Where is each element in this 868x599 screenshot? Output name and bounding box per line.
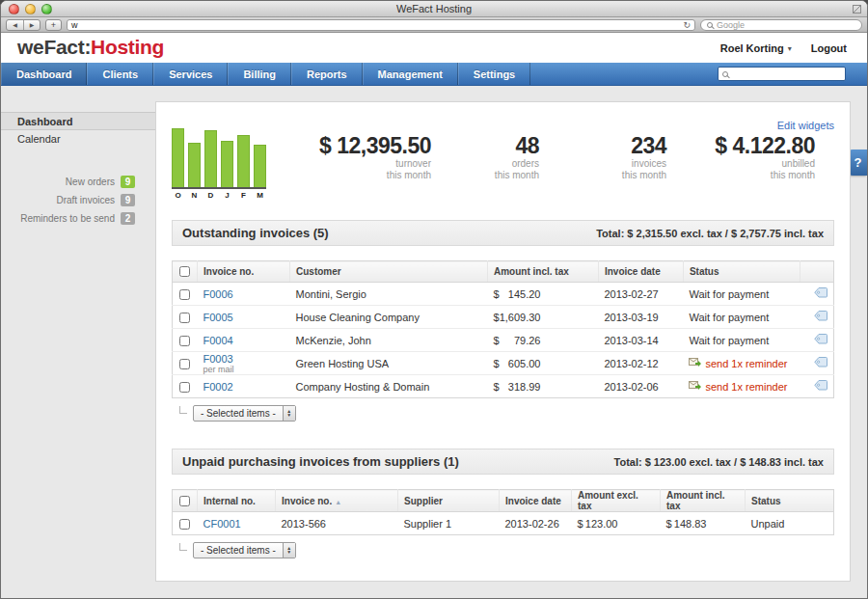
widgets-row: Edit widgets ONDJFM $ 12,395.50 turnover…	[172, 114, 834, 214]
select-stepper-icon: ▲ ▼	[283, 543, 295, 558]
outstanding-table: Invoice no. Customer Amount incl. tax In…	[172, 260, 834, 398]
table-row: F0005 House Cleaning Company $1,609.30 2…	[173, 306, 834, 329]
table-header-row: Internal no. Invoice no.▲ Supplier Invoi…	[173, 490, 834, 512]
chart-bar	[237, 135, 250, 187]
select-all-checkbox[interactable]	[179, 266, 190, 277]
column-header-label: Invoice no.	[282, 496, 332, 506]
address-text: w	[71, 20, 683, 30]
invoice-link[interactable]: F0003	[203, 353, 233, 365]
column-header: Supplier	[398, 490, 500, 512]
indent-corner-icon	[179, 406, 187, 414]
currency-symbol: $	[666, 518, 672, 530]
tab-management[interactable]: Management	[363, 63, 458, 85]
back-button[interactable]: ◀	[7, 20, 23, 30]
chart-month-label: J	[221, 191, 233, 200]
logout-link[interactable]: Logout	[811, 42, 847, 54]
counter-reminders[interactable]: Reminders to be send 2	[1, 209, 155, 228]
chart-month-label: O	[172, 191, 184, 200]
sort-asc-icon: ▲	[335, 499, 341, 505]
tab-settings[interactable]: Settings	[458, 63, 530, 85]
invoice-link[interactable]: F0006	[203, 288, 233, 300]
currency-symbol: $	[494, 335, 500, 346]
edit-widgets-link[interactable]: Edit widgets	[777, 120, 834, 131]
tab-clients[interactable]: Clients	[87, 63, 153, 85]
amount-value: 79.26	[514, 335, 541, 346]
amount-value: 605.00	[508, 358, 541, 369]
sidebar-menu: Dashboard Calendar	[1, 112, 155, 149]
reload-icon[interactable]: ↻	[683, 20, 691, 30]
forward-button[interactable]: ▶	[23, 20, 40, 30]
stat-turnover: $ 12,395.50 turnover this month	[319, 133, 431, 181]
address-bar[interactable]: w ↻	[67, 19, 695, 31]
tab-dashboard[interactable]: Dashboard	[1, 63, 87, 85]
customer-cell: House Cleaning Company	[290, 306, 488, 329]
status-cell: Unpaid	[746, 512, 834, 535]
user-menu[interactable]: Roel Korting ▾	[720, 42, 792, 54]
logo-accent-text: Hosting	[91, 36, 164, 58]
send-reminder-link[interactable]: send 1x reminder	[705, 358, 787, 369]
counter-draft-invoices[interactable]: Draft invoices 9	[1, 191, 155, 209]
tab-services[interactable]: Services	[153, 63, 228, 85]
column-header: Invoice date	[598, 261, 683, 283]
select-all-checkbox[interactable]	[179, 496, 190, 506]
tag-icon[interactable]	[814, 381, 827, 393]
fullscreen-icon[interactable]	[853, 5, 861, 14]
column-header: Amount excl. tax	[572, 490, 661, 512]
bulk-action-select[interactable]: - Selected items - ▲ ▼	[193, 405, 296, 422]
status-cell: Wait for payment	[683, 329, 800, 352]
zoom-window-button[interactable]	[41, 4, 52, 14]
sidebar-item-dashboard[interactable]: Dashboard	[1, 112, 155, 130]
table-row: F0006 Montini, Sergio $145.20 2013-02-27…	[173, 283, 834, 306]
date-cell: 2013-02-26	[500, 512, 572, 535]
invoice-link[interactable]: F0005	[203, 312, 233, 323]
send-reminder-link[interactable]: send 1x reminder	[705, 381, 787, 393]
user-name-label: Roel Korting	[720, 42, 784, 54]
sidebar-item-calendar[interactable]: Calendar	[1, 130, 155, 149]
minimize-window-button[interactable]	[25, 4, 36, 14]
row-checkbox[interactable]	[179, 359, 190, 369]
row-checkbox[interactable]	[179, 289, 190, 300]
chart-bar	[254, 145, 266, 187]
column-header: Internal no.	[198, 490, 276, 512]
customer-cell: McKenzie, John	[290, 329, 488, 352]
chart-month-label: F	[237, 191, 250, 200]
browser-toolbar: ◀ ▶ + w ↻ Google	[1, 17, 867, 33]
status-cell: Wait for payment	[683, 283, 800, 306]
invoice-link[interactable]: F0004	[203, 335, 233, 346]
stat-value: 234	[622, 133, 666, 158]
new-tab-button[interactable]: +	[45, 19, 62, 31]
chevron-down-icon: ▾	[788, 44, 792, 53]
close-window-button[interactable]	[9, 4, 19, 14]
tag-icon[interactable]	[814, 335, 827, 346]
bulk-action-select[interactable]: - Selected items - ▲ ▼	[193, 542, 296, 558]
help-tab[interactable]: ?	[849, 150, 867, 176]
tab-reports[interactable]: Reports	[291, 63, 363, 85]
google-search-field[interactable]: Google	[700, 19, 862, 31]
tag-icon[interactable]	[814, 312, 827, 323]
purchasing-section-header: Unpaid purchasing invoices from supplier…	[172, 449, 834, 475]
row-checkbox[interactable]	[179, 313, 190, 323]
amount-value: 1,609.30	[500, 312, 541, 323]
indent-corner-icon	[179, 543, 187, 551]
tag-icon[interactable]	[814, 358, 827, 369]
counter-new-orders[interactable]: New orders 9	[1, 173, 155, 191]
row-checkbox[interactable]	[179, 382, 190, 393]
send-reminder-icon	[689, 381, 701, 393]
column-header-sorted[interactable]: Invoice no.▲	[276, 490, 398, 512]
tag-icon[interactable]	[814, 288, 827, 300]
customer-cell: Company Hosting & Domain	[290, 375, 488, 398]
purchase-invoice-link[interactable]: CF0001	[203, 518, 241, 530]
site-search-input[interactable]	[731, 68, 841, 79]
date-cell: 2013-02-27	[598, 283, 683, 306]
chart-bars	[172, 129, 266, 189]
invoice-link[interactable]: F0002	[203, 381, 233, 393]
table-row: F0002 Company Hosting & Domain $318.99 2…	[173, 375, 834, 398]
counter-label: New orders	[66, 177, 115, 187]
tab-billing[interactable]: Billing	[228, 63, 291, 85]
row-checkbox[interactable]	[179, 336, 190, 346]
stat-label: this month	[622, 170, 666, 181]
google-search-placeholder: Google	[717, 20, 745, 30]
row-checkbox[interactable]	[179, 519, 190, 530]
site-search-box[interactable]	[718, 67, 846, 81]
currency-symbol: $	[494, 358, 500, 369]
